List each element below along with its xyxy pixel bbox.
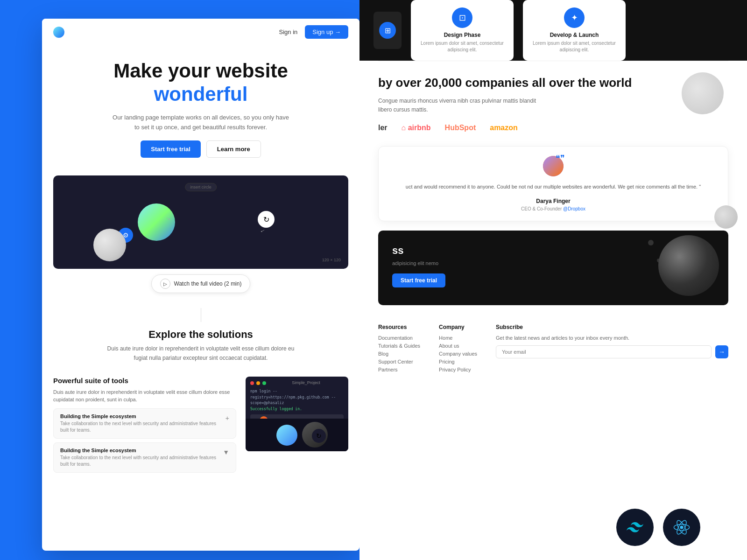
- refresh-icon-circle: ↻: [258, 211, 275, 228]
- footer-values[interactable]: Company values: [439, 351, 477, 357]
- terminal-dot-red: [250, 381, 254, 385]
- footer-company: Company Home About us Company values Pri…: [439, 324, 477, 375]
- develop-phase-title: Develop & Launch: [532, 32, 616, 38]
- footer-blog[interactable]: Blog: [378, 351, 420, 357]
- divider-line: [201, 308, 201, 322]
- right-float-circle: [682, 72, 724, 114]
- subscribe-button[interactable]: →: [715, 345, 728, 358]
- hero-section: Make your website wonderful Our landing …: [42, 45, 359, 175]
- tailwind-icon: [616, 509, 654, 546]
- testimonial-author: Darya Finger CEO & Co-Founder @Dropbox: [388, 198, 719, 211]
- footer: Resources Documentation Tutorials & Guid…: [359, 315, 747, 384]
- nav-right: Sign in Sign up →: [279, 25, 348, 39]
- vis-circle-inner: ↻: [312, 429, 326, 443]
- design-phase-icon: ⊡: [452, 7, 472, 28]
- terminal-dot-green: [262, 381, 266, 385]
- size-label: 120 × 120: [322, 258, 341, 262]
- develop-phase-desc: Lorem ipsum dolor sit amet, consectetur …: [532, 40, 616, 53]
- nav-header: Sign in Sign up →: [42, 19, 359, 45]
- cta-sphere: [658, 235, 719, 296]
- footer-subscribe: Subscribe Get the latest news and articl…: [496, 324, 728, 375]
- tools-heading: Powerful suite of tools: [53, 377, 236, 385]
- cta-dot-1: [648, 240, 654, 245]
- trusted-description: Congue mauris rhoncus viverra nibh cras …: [378, 97, 546, 114]
- play-icon: ▷: [160, 279, 170, 289]
- hero-buttons: Start free trial Learn more: [70, 140, 331, 158]
- subscribe-row: →: [496, 345, 728, 358]
- partial-phase-icon: ⊞: [379, 22, 396, 39]
- terminal-visual: ↻: [246, 419, 348, 451]
- footer-resources: Resources Documentation Tutorials & Guid…: [378, 324, 420, 375]
- tools-section: Powerful suite of tools Duis aute irure …: [42, 369, 359, 484]
- dark-cta: ss adipisicing elit nemo Start free tria…: [378, 231, 728, 305]
- terminal-title: Simple_Project: [268, 380, 344, 385]
- testimonial-card: ❝❞ uct and would recommend it to anyone.…: [378, 146, 728, 221]
- footer-tutorials[interactable]: Tutorials & Guides: [378, 343, 420, 349]
- tools-description: Duis aute irure dolor in reprehenderit i…: [53, 388, 236, 404]
- learn-more-button[interactable]: Learn more: [206, 140, 261, 158]
- sign-up-button[interactable]: Sign up →: [305, 25, 348, 39]
- develop-phase-icon: ✦: [564, 7, 585, 28]
- trusted-heading: by over 20,000 companies all over the wo…: [378, 75, 728, 91]
- right-panel: ⊞ ⊡ Design Phase Lorem ipsum dolor sit a…: [359, 0, 747, 560]
- subscribe-heading: Subscribe: [496, 324, 728, 330]
- email-input[interactable]: [496, 345, 712, 358]
- right-panel-top: ⊞ ⊡ Design Phase Lorem ipsum dolor sit a…: [359, 0, 747, 61]
- react-icon: [663, 509, 700, 546]
- tools-left: Powerful suite of tools Duis aute irure …: [53, 377, 236, 476]
- footer-about[interactable]: About us: [439, 343, 477, 349]
- author-title: CEO & Co-Founder @Dropbox: [521, 206, 585, 211]
- logo: [53, 27, 64, 38]
- tools-right: Simple_Project npm login --registry=http…: [246, 377, 348, 476]
- footer-pricing[interactable]: Pricing: [439, 359, 477, 364]
- explore-heading: Explore the solutions: [61, 329, 341, 341]
- watch-video-button[interactable]: ▷ Watch the full video (2 min): [151, 274, 251, 293]
- brand-hubspot: HubSpot: [445, 124, 476, 132]
- footer-home[interactable]: Home: [439, 335, 477, 341]
- footer-documentation[interactable]: Documentation: [378, 335, 420, 341]
- footer-privacy[interactable]: Privacy Policy: [439, 367, 477, 372]
- brand-ler: ler: [378, 124, 388, 132]
- sign-in-link[interactable]: Sign in: [279, 28, 298, 35]
- expand-icon-2: ▼: [223, 448, 229, 456]
- footer-partners[interactable]: Partners: [378, 367, 420, 372]
- author-name: Darya Finger: [536, 198, 570, 204]
- terminal-code: npm login --registry=https://npm.pkg.git…: [250, 389, 344, 413]
- explore-section: Explore the solutions Duis aute irure do…: [42, 299, 359, 369]
- develop-phase-card: ✦ Develop & Launch Lorem ipsum dolor sit…: [523, 0, 626, 61]
- brand-amazon: amazon: [490, 124, 518, 132]
- brand-logos: ler ⌂ airbnb HubSpot amazon: [378, 124, 728, 132]
- explore-description: Duis aute irure dolor in reprehenderit i…: [103, 344, 299, 362]
- expand-icon-1: +: [226, 414, 229, 422]
- vis-circle-teal: [276, 425, 297, 446]
- hero-description: Our landing page template works on all d…: [112, 113, 289, 133]
- footer-support[interactable]: Support Center: [378, 359, 420, 364]
- design-phase-title: Design Phase: [420, 32, 504, 38]
- start-trial-button[interactable]: Start free trial: [141, 140, 201, 158]
- insert-circle-label: insert circle: [185, 183, 217, 191]
- ecosystem2-desc: Take collaboration to the next level wit…: [60, 455, 223, 468]
- ecosystem1-desc: Take collaboration to the next level wit…: [60, 420, 226, 434]
- brand-airbnb: ⌂ airbnb: [402, 124, 431, 132]
- sphere-left-mid: [93, 229, 126, 261]
- ecosystem2-title: Building the Simple ecosystem: [60, 448, 223, 453]
- subscribe-desc: Get the latest news and articles to your…: [496, 335, 728, 341]
- hero-headline: Make your website wonderful: [70, 59, 331, 106]
- design-phase-desc: Lorem ipsum dolor sit amet, consectetur …: [420, 40, 504, 53]
- design-phase-card: ⊡ Design Phase Lorem ipsum dolor sit ame…: [411, 0, 514, 61]
- resources-heading: Resources: [378, 324, 420, 330]
- right-float-circle-sm: [714, 205, 738, 229]
- main-panel: Sign in Sign up → Make your website wond…: [42, 19, 359, 551]
- ecosystem-card-1[interactable]: Building the Simple ecosystem Take colla…: [53, 408, 236, 439]
- svg-point-0: [680, 525, 683, 529]
- terminal-dot-yellow: [256, 381, 260, 385]
- company-heading: Company: [439, 324, 477, 330]
- code-terminal: Simple_Project npm login --registry=http…: [246, 377, 348, 451]
- terminal-dots: Simple_Project: [250, 381, 344, 385]
- ecosystem-card-2[interactable]: Building the Simple ecosystem Take colla…: [53, 442, 236, 473]
- testimonial-text: uct and would recommend it to anyone. Co…: [388, 183, 719, 191]
- ecosystem1-title: Building the Simple ecosystem: [60, 413, 226, 419]
- cta-button[interactable]: Start free trial: [392, 273, 445, 287]
- quote-marks: ❝❞: [556, 154, 565, 163]
